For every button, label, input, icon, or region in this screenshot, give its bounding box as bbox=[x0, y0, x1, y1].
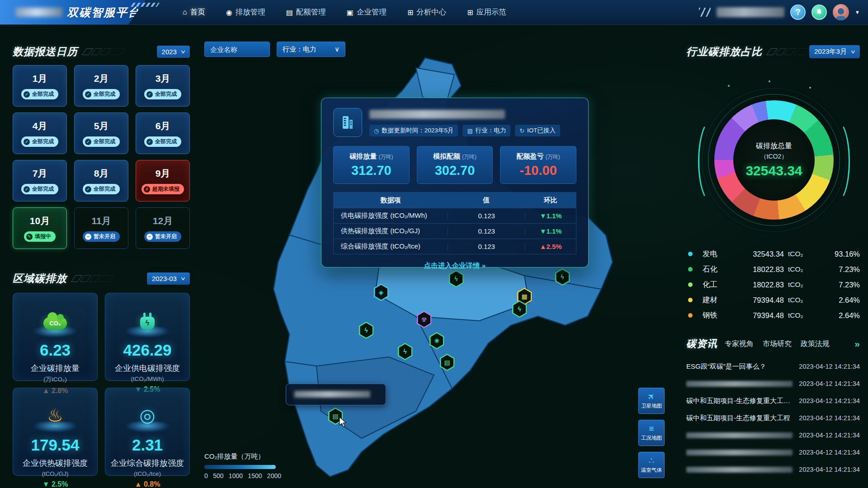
month-card[interactable]: 9月 ✗ 超期未填报 bbox=[136, 160, 190, 202]
row-name: 供热碳排放强度 (tCO₂/GJ) bbox=[334, 227, 448, 235]
nav-item[interactable]: ▤ 配额管理 bbox=[286, 7, 326, 17]
search-input[interactable] bbox=[204, 42, 270, 57]
popup-metric-box: 模拟配额 (万吨) 302.70 bbox=[417, 146, 493, 184]
month-card[interactable]: 10月 ✎ 填报中 bbox=[13, 207, 67, 249]
month-card[interactable]: 1月 ✓ 全部完成 bbox=[13, 65, 67, 107]
bell-icon bbox=[816, 9, 823, 16]
scale-tick: 2000 bbox=[267, 472, 281, 479]
update-time-badge: ◷ 数据更新时间：2023年5月 bbox=[369, 125, 458, 136]
popup-metric-unit: (万吨) bbox=[462, 154, 476, 160]
marker-icon: ϟ bbox=[364, 327, 368, 334]
table-row: 供热碳排放强度 (tCO₂/GJ) 0.123 ▼1.1% bbox=[334, 223, 576, 239]
chevron-down-icon: ∨ bbox=[180, 49, 186, 55]
table-row: 供电碳排放强度 (tCO₂/MWh) 0.123 ▼1.1% bbox=[334, 208, 576, 223]
nav-item[interactable]: ▣ 企业管理 bbox=[347, 7, 387, 17]
status-text: 填报中 bbox=[35, 233, 51, 240]
year-dropdown[interactable]: 2023 ∨ bbox=[157, 46, 190, 58]
nav-item[interactable]: ⌂ 首页 bbox=[183, 7, 205, 17]
marker-icon: ϟ bbox=[403, 348, 406, 355]
news-item[interactable]: 2023-04-12 14:21:34 bbox=[686, 444, 860, 461]
main-menu: ⌂ 首页 ◉ 排放管理 ▤ 配额管理 ▣ 企业管理 bbox=[183, 0, 506, 24]
iot-icon: ↻ bbox=[519, 127, 524, 134]
news-item[interactable]: 2023-04-12 14:21:34 bbox=[686, 427, 860, 444]
nav-item[interactable]: ⊞ 应用示范 bbox=[467, 7, 506, 17]
month-label: 12月 bbox=[153, 215, 173, 227]
building-icon bbox=[333, 108, 362, 137]
news-tab[interactable]: 政策法规 bbox=[801, 339, 830, 349]
row-name: 供电碳排放强度 (tCO₂/MWh) bbox=[334, 211, 448, 220]
layer-button[interactable]: ✈ 卫星地图 bbox=[638, 388, 665, 414]
layer-label: 卫星地图 bbox=[641, 403, 662, 409]
scale-ticks: 0500100015002000 bbox=[204, 472, 281, 479]
news-more-button[interactable]: » bbox=[854, 338, 860, 349]
industry-filter-dropdown[interactable]: 行业：电力 ∨ bbox=[277, 42, 345, 57]
month-card[interactable]: 7月 ✓ 全部完成 bbox=[13, 160, 67, 202]
news-item[interactable]: 碳中和五期项目-生态修复重大工程... 2023-04-12 14:21:34 bbox=[686, 392, 860, 409]
news-item[interactable]: 2023-04-12 14:21:34 bbox=[686, 375, 860, 392]
legend-row[interactable]: 建材 79394.48 tCO₂ 2.64% bbox=[688, 292, 860, 308]
month-card[interactable]: 3月 ✓ 全部完成 bbox=[136, 65, 190, 107]
help-button[interactable]: ? bbox=[790, 5, 806, 20]
legend-row[interactable]: 化工 18022.83 tCO₂ 7.23% bbox=[688, 277, 860, 292]
popup-metric-value: -10.00 bbox=[520, 163, 557, 178]
news-item-title: ESG跟“双碳”是一回事么？ bbox=[686, 362, 799, 371]
marker-icon: ☢ bbox=[421, 316, 427, 323]
industry-legend: 发电 32543.34 tCO₂ 93.16% 石化 18022.83 tCO₂… bbox=[688, 246, 860, 323]
nav-item-icon: ⊞ bbox=[407, 8, 413, 17]
enterprise-detail-link[interactable]: 点击进入企业详情 » bbox=[333, 261, 576, 271]
person-icon bbox=[833, 6, 849, 20]
month-card[interactable]: 6月 ✓ 全部完成 bbox=[136, 113, 190, 154]
month-card[interactable]: 2月 ✓ 全部完成 bbox=[74, 65, 128, 107]
app-title: 双碳智服平台 bbox=[67, 5, 140, 20]
chevron-down-icon: ∨ bbox=[850, 49, 856, 55]
news-tab[interactable]: 市场研究 bbox=[763, 339, 792, 349]
month-card[interactable]: 8月 ✓ 全部完成 bbox=[74, 160, 128, 202]
metric-icon: ◎ bbox=[140, 406, 156, 424]
region-period-dropdown[interactable]: 2023-03 ∨ bbox=[147, 272, 190, 285]
month-card[interactable]: 12月 − 暂未开启 bbox=[136, 207, 190, 249]
legend-unit: tCO₂ bbox=[788, 281, 809, 289]
row-name: 综合碳排放强度 (tCO₂/tce) bbox=[334, 242, 448, 251]
news-item-time: 2023-04-12 14:21:34 bbox=[799, 449, 860, 456]
avatar[interactable] bbox=[833, 4, 849, 20]
donut-center-value: 32543.34 bbox=[745, 163, 802, 178]
metric-card: ◎ 2.31 企业综合碳排放强度 (tCO₂/tce) ▲ 0.8% bbox=[105, 388, 190, 476]
month-card[interactable]: 11月 − 暂未开启 bbox=[74, 207, 128, 249]
popup-metric-value: 302.70 bbox=[435, 163, 475, 178]
industry-donut-chart: 碳排放总量 （tCO2） 32543.34 bbox=[714, 100, 834, 220]
industry-period-dropdown[interactable]: 2023年3月 ∨ bbox=[809, 45, 860, 58]
nav-item[interactable]: ⊞ 分析中心 bbox=[407, 7, 446, 17]
nav-item[interactable]: ◉ 排放管理 bbox=[226, 7, 265, 17]
news-tab[interactable]: 专家视角 bbox=[725, 339, 754, 349]
year-value: 2023 bbox=[162, 48, 177, 56]
news-item[interactable]: ESG跟“双碳”是一回事么？ 2023-04-12 14:21:34 bbox=[686, 358, 860, 375]
row-trend: ▼1.1% bbox=[525, 212, 576, 220]
notifications-button[interactable] bbox=[811, 5, 827, 20]
legend-row[interactable]: 钢铁 79394.48 tCO₂ 2.64% bbox=[688, 308, 860, 323]
status-text: 超期未填报 bbox=[152, 185, 179, 193]
news-item-time: 2023-04-12 14:21:34 bbox=[799, 397, 860, 404]
month-grid: 1月 ✓ 全部完成 2月 ✓ 全部完成 3月 bbox=[13, 65, 190, 249]
legend-row[interactable]: 发电 32543.34 tCO₂ 93.16% bbox=[688, 246, 860, 262]
legend-name: 发电 bbox=[703, 249, 734, 259]
legend-row[interactable]: 石化 18022.83 tCO₂ 7.23% bbox=[688, 262, 860, 277]
month-card[interactable]: 4月 ✓ 全部完成 bbox=[13, 113, 67, 154]
status-text: 全部完成 bbox=[155, 90, 177, 98]
popup-metric-label: 配额盈亏 bbox=[517, 152, 544, 160]
month-label: 10月 bbox=[30, 215, 50, 227]
mouse-cursor bbox=[338, 417, 348, 429]
layer-button[interactable]: ∴ 温室气体 bbox=[638, 452, 665, 478]
app-logo: 双碳智服平台 bbox=[0, 0, 146, 24]
title-decoration bbox=[73, 275, 112, 282]
layer-button[interactable]: ≡ 工况地图 bbox=[638, 420, 665, 446]
table-header: 数据项 值 环比 bbox=[334, 192, 576, 208]
month-card[interactable]: 5月 ✓ 全部完成 bbox=[74, 113, 128, 154]
news-item[interactable]: 碳中和五期项目-生态修复重大工程 2023-04-12 14:21:34 bbox=[686, 409, 860, 427]
news-item-title bbox=[686, 432, 793, 438]
status-badge: ✓ 全部完成 bbox=[83, 89, 120, 99]
chevron-down-icon[interactable]: ▼ bbox=[855, 9, 860, 15]
news-item-time: 2023-04-12 14:21:34 bbox=[799, 466, 860, 473]
metric-label: 企业碳排放量 bbox=[13, 363, 97, 374]
news-item[interactable]: 2023-04-12 14:21:34 bbox=[686, 461, 860, 478]
industry-section-header: 行业碳排放占比 2023年3月 ∨ bbox=[686, 43, 860, 60]
